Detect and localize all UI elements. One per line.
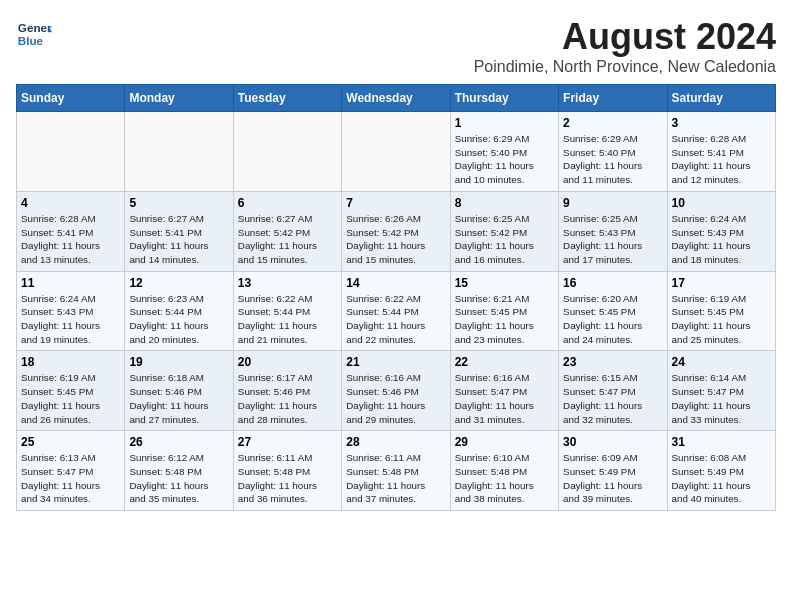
day-cell: 3Sunrise: 6:28 AM Sunset: 5:41 PM Daylig…: [667, 112, 775, 192]
day-cell: [233, 112, 341, 192]
day-info: Sunrise: 6:28 AM Sunset: 5:41 PM Dayligh…: [21, 212, 120, 267]
day-cell: 2Sunrise: 6:29 AM Sunset: 5:40 PM Daylig…: [559, 112, 667, 192]
day-info: Sunrise: 6:21 AM Sunset: 5:45 PM Dayligh…: [455, 292, 554, 347]
header-row: SundayMondayTuesdayWednesdayThursdayFrid…: [17, 85, 776, 112]
day-number: 19: [129, 355, 228, 369]
day-cell: 21Sunrise: 6:16 AM Sunset: 5:46 PM Dayli…: [342, 351, 450, 431]
day-cell: 9Sunrise: 6:25 AM Sunset: 5:43 PM Daylig…: [559, 191, 667, 271]
day-number: 4: [21, 196, 120, 210]
day-info: Sunrise: 6:29 AM Sunset: 5:40 PM Dayligh…: [563, 132, 662, 187]
day-number: 27: [238, 435, 337, 449]
day-number: 11: [21, 276, 120, 290]
day-info: Sunrise: 6:22 AM Sunset: 5:44 PM Dayligh…: [238, 292, 337, 347]
day-info: Sunrise: 6:23 AM Sunset: 5:44 PM Dayligh…: [129, 292, 228, 347]
day-cell: 22Sunrise: 6:16 AM Sunset: 5:47 PM Dayli…: [450, 351, 558, 431]
day-number: 5: [129, 196, 228, 210]
day-info: Sunrise: 6:11 AM Sunset: 5:48 PM Dayligh…: [238, 451, 337, 506]
page-header: General Blue August 2024 Poindimie, Nort…: [16, 16, 776, 76]
day-info: Sunrise: 6:19 AM Sunset: 5:45 PM Dayligh…: [672, 292, 771, 347]
day-cell: 18Sunrise: 6:19 AM Sunset: 5:45 PM Dayli…: [17, 351, 125, 431]
day-number: 20: [238, 355, 337, 369]
day-info: Sunrise: 6:25 AM Sunset: 5:43 PM Dayligh…: [563, 212, 662, 267]
day-info: Sunrise: 6:14 AM Sunset: 5:47 PM Dayligh…: [672, 371, 771, 426]
calendar-title: August 2024: [474, 16, 776, 58]
day-info: Sunrise: 6:12 AM Sunset: 5:48 PM Dayligh…: [129, 451, 228, 506]
day-info: Sunrise: 6:24 AM Sunset: 5:43 PM Dayligh…: [672, 212, 771, 267]
calendar-body: 1Sunrise: 6:29 AM Sunset: 5:40 PM Daylig…: [17, 112, 776, 511]
day-number: 28: [346, 435, 445, 449]
day-cell: 16Sunrise: 6:20 AM Sunset: 5:45 PM Dayli…: [559, 271, 667, 351]
day-number: 30: [563, 435, 662, 449]
day-number: 31: [672, 435, 771, 449]
day-info: Sunrise: 6:27 AM Sunset: 5:41 PM Dayligh…: [129, 212, 228, 267]
header-cell-friday: Friday: [559, 85, 667, 112]
day-cell: 13Sunrise: 6:22 AM Sunset: 5:44 PM Dayli…: [233, 271, 341, 351]
logo: General Blue: [16, 16, 52, 52]
svg-text:Blue: Blue: [18, 34, 44, 47]
day-cell: 4Sunrise: 6:28 AM Sunset: 5:41 PM Daylig…: [17, 191, 125, 271]
logo-icon: General Blue: [16, 16, 52, 52]
day-cell: 29Sunrise: 6:10 AM Sunset: 5:48 PM Dayli…: [450, 431, 558, 511]
day-number: 29: [455, 435, 554, 449]
week-row-5: 25Sunrise: 6:13 AM Sunset: 5:47 PM Dayli…: [17, 431, 776, 511]
day-info: Sunrise: 6:27 AM Sunset: 5:42 PM Dayligh…: [238, 212, 337, 267]
title-area: August 2024 Poindimie, North Province, N…: [474, 16, 776, 76]
day-cell: 24Sunrise: 6:14 AM Sunset: 5:47 PM Dayli…: [667, 351, 775, 431]
day-cell: 26Sunrise: 6:12 AM Sunset: 5:48 PM Dayli…: [125, 431, 233, 511]
day-info: Sunrise: 6:29 AM Sunset: 5:40 PM Dayligh…: [455, 132, 554, 187]
day-number: 12: [129, 276, 228, 290]
header-cell-wednesday: Wednesday: [342, 85, 450, 112]
day-info: Sunrise: 6:22 AM Sunset: 5:44 PM Dayligh…: [346, 292, 445, 347]
day-number: 10: [672, 196, 771, 210]
week-row-2: 4Sunrise: 6:28 AM Sunset: 5:41 PM Daylig…: [17, 191, 776, 271]
day-cell: 6Sunrise: 6:27 AM Sunset: 5:42 PM Daylig…: [233, 191, 341, 271]
day-number: 8: [455, 196, 554, 210]
day-cell: 14Sunrise: 6:22 AM Sunset: 5:44 PM Dayli…: [342, 271, 450, 351]
header-cell-thursday: Thursday: [450, 85, 558, 112]
day-cell: 7Sunrise: 6:26 AM Sunset: 5:42 PM Daylig…: [342, 191, 450, 271]
day-cell: 28Sunrise: 6:11 AM Sunset: 5:48 PM Dayli…: [342, 431, 450, 511]
day-cell: [17, 112, 125, 192]
day-number: 6: [238, 196, 337, 210]
day-cell: 19Sunrise: 6:18 AM Sunset: 5:46 PM Dayli…: [125, 351, 233, 431]
day-number: 16: [563, 276, 662, 290]
day-cell: [342, 112, 450, 192]
day-cell: 5Sunrise: 6:27 AM Sunset: 5:41 PM Daylig…: [125, 191, 233, 271]
day-cell: 12Sunrise: 6:23 AM Sunset: 5:44 PM Dayli…: [125, 271, 233, 351]
day-cell: 8Sunrise: 6:25 AM Sunset: 5:42 PM Daylig…: [450, 191, 558, 271]
day-info: Sunrise: 6:18 AM Sunset: 5:46 PM Dayligh…: [129, 371, 228, 426]
header-cell-monday: Monday: [125, 85, 233, 112]
day-cell: 20Sunrise: 6:17 AM Sunset: 5:46 PM Dayli…: [233, 351, 341, 431]
header-cell-tuesday: Tuesday: [233, 85, 341, 112]
week-row-3: 11Sunrise: 6:24 AM Sunset: 5:43 PM Dayli…: [17, 271, 776, 351]
day-info: Sunrise: 6:10 AM Sunset: 5:48 PM Dayligh…: [455, 451, 554, 506]
day-cell: 11Sunrise: 6:24 AM Sunset: 5:43 PM Dayli…: [17, 271, 125, 351]
day-info: Sunrise: 6:19 AM Sunset: 5:45 PM Dayligh…: [21, 371, 120, 426]
week-row-4: 18Sunrise: 6:19 AM Sunset: 5:45 PM Dayli…: [17, 351, 776, 431]
day-number: 7: [346, 196, 445, 210]
day-number: 13: [238, 276, 337, 290]
calendar-subtitle: Poindimie, North Province, New Caledonia: [474, 58, 776, 76]
day-number: 1: [455, 116, 554, 130]
header-cell-sunday: Sunday: [17, 85, 125, 112]
day-number: 14: [346, 276, 445, 290]
day-info: Sunrise: 6:20 AM Sunset: 5:45 PM Dayligh…: [563, 292, 662, 347]
day-cell: 27Sunrise: 6:11 AM Sunset: 5:48 PM Dayli…: [233, 431, 341, 511]
day-number: 15: [455, 276, 554, 290]
day-cell: 1Sunrise: 6:29 AM Sunset: 5:40 PM Daylig…: [450, 112, 558, 192]
day-number: 22: [455, 355, 554, 369]
day-info: Sunrise: 6:15 AM Sunset: 5:47 PM Dayligh…: [563, 371, 662, 426]
calendar-header: SundayMondayTuesdayWednesdayThursdayFrid…: [17, 85, 776, 112]
day-info: Sunrise: 6:25 AM Sunset: 5:42 PM Dayligh…: [455, 212, 554, 267]
day-number: 25: [21, 435, 120, 449]
day-number: 17: [672, 276, 771, 290]
day-info: Sunrise: 6:28 AM Sunset: 5:41 PM Dayligh…: [672, 132, 771, 187]
day-cell: 31Sunrise: 6:08 AM Sunset: 5:49 PM Dayli…: [667, 431, 775, 511]
day-cell: 30Sunrise: 6:09 AM Sunset: 5:49 PM Dayli…: [559, 431, 667, 511]
header-cell-saturday: Saturday: [667, 85, 775, 112]
day-info: Sunrise: 6:16 AM Sunset: 5:47 PM Dayligh…: [455, 371, 554, 426]
day-info: Sunrise: 6:11 AM Sunset: 5:48 PM Dayligh…: [346, 451, 445, 506]
day-number: 26: [129, 435, 228, 449]
day-info: Sunrise: 6:17 AM Sunset: 5:46 PM Dayligh…: [238, 371, 337, 426]
calendar-table: SundayMondayTuesdayWednesdayThursdayFrid…: [16, 84, 776, 511]
